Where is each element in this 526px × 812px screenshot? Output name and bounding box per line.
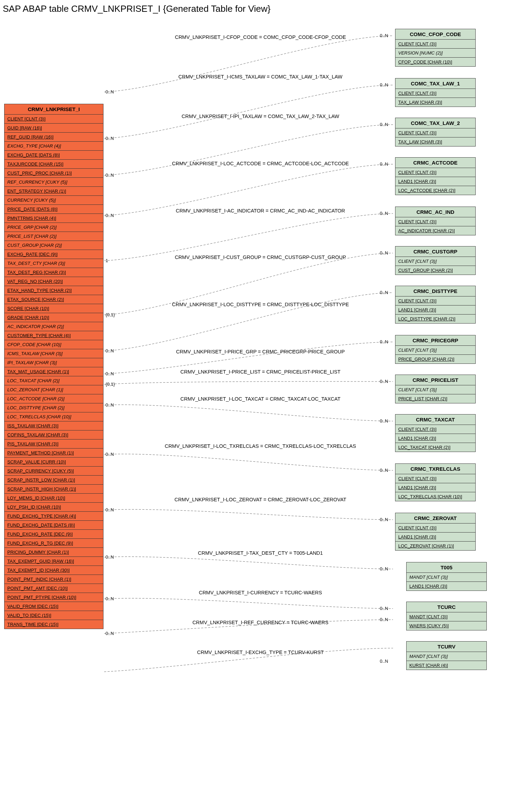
table-field: TRANS_TIME [DEC (15)] <box>5 620 103 629</box>
relation-label: CRMV_LNKPRISET_I-REF_CURRENCY = TCURC-WA… <box>132 620 389 625</box>
table-header: CRMC_PRICEGRP <box>395 335 475 346</box>
table-field: CUST_PRIC_PROC [CHAR (1)] <box>5 169 103 178</box>
table-field: LAND1 [CHAR (3)] <box>395 533 475 542</box>
table-field: FUND_EXCHG_DATE [DATS (8)] <box>5 521 103 530</box>
table-field: TAX_EXEMPT_GUID [RAW (16)] <box>5 557 103 566</box>
table-field: FUND_EXCHG_TYPE [CHAR (4)] <box>5 512 103 521</box>
cardinality-left: {0,1} <box>106 382 115 387</box>
table-field: COFINS_TAXLAW [CHAR (3)] <box>5 430 103 440</box>
table-field: VERSION [NUMC (2)] <box>395 49 475 58</box>
cardinality-left: 1 <box>106 258 108 263</box>
table-field: FUND_EXCHG_RATE [DEC (9)] <box>5 530 103 539</box>
table-field: CLIENT [CLNT (3)] <box>395 474 475 483</box>
table-field: PRICE_LIST [CHAR (2)] <box>5 232 103 241</box>
table-field: PRICE_GRP [CHAR (2)] <box>5 223 103 232</box>
table-field: ICMS_TAXLAW [CHAR (3)] <box>5 349 103 358</box>
table-field: MANDT [CLNT (3)] <box>407 612 486 621</box>
table-field: LOC_DISTTYPE [CHAR (2)] <box>5 403 103 412</box>
cardinality-right: 0..N <box>380 250 388 256</box>
cardinality-left: 0..N <box>106 371 114 376</box>
table-field: AC_INDICATOR [CHAR (2)] <box>5 322 103 331</box>
table-field: CLIENT [CLNT (3)] <box>395 168 475 177</box>
cardinality-right: 0..N <box>380 211 388 216</box>
ref-table-TCURV: TCURVMANDT [CLNT (3)]KURST [CHAR (4)] <box>406 641 487 670</box>
cardinality-right: 0..N <box>380 290 388 295</box>
table-header: TCURV <box>407 642 486 652</box>
table-field: LOC_TAXCAT [CHAR (2)] <box>5 376 103 385</box>
table-field: ETAX_HAND_TYPE [CHAR (2)] <box>5 286 103 295</box>
cardinality-left: 0..N <box>106 452 114 457</box>
ref-table-CRMC_DISTTYPE: CRMC_DISTTYPECLIENT [CLNT (3)]LAND1 [CHA… <box>395 286 476 324</box>
table-field: AC_INDICATOR [CHAR (2)] <box>395 226 475 235</box>
table-field: LAND1 [CHAR (3)] <box>407 582 486 591</box>
table-header: CRMC_ZEROVAT <box>395 513 475 524</box>
table-field: VAT_REG_NO [CHAR (20)] <box>5 277 103 286</box>
ref-table-CRMC_AC_IND: CRMC_AC_INDCLIENT [CLNT (3)]AC_INDICATOR… <box>395 207 476 235</box>
cardinality-right: 0..N <box>380 468 388 473</box>
cardinality-right: 0..N <box>380 517 388 522</box>
cardinality-left: {0,1} <box>106 312 115 317</box>
cardinality-left: 0..N <box>106 173 114 178</box>
table-field: SCRAP_INSTR_HIGH [CHAR (1)] <box>5 485 103 494</box>
table-field: CLIENT [CLNT (3)] <box>395 257 475 266</box>
ref-table-TCURC: TCURCMANDT [CLNT (3)]WAERS [CUKY (5)] <box>406 602 487 630</box>
table-field: POINT_PMT_AMT [DEC (10)] <box>5 584 103 593</box>
table-field: EXCHG_DATE [DATS (8)] <box>5 151 103 160</box>
table-header: CRMC_ACTCODE <box>395 158 475 168</box>
ref-table-CRMC_PRICELIST: CRMC_PRICELISTCLIENT [CLNT (3)]PRICE_LIS… <box>395 375 476 403</box>
table-field: CUSTOMER_TYPE [CHAR (4)] <box>5 331 103 340</box>
relation-label: CRMV_LNKPRISET_I-LOC_TAXCAT = CRMC_TAXCA… <box>132 396 389 402</box>
ref-table-CRMC_TAXCAT: CRMC_TAXCATCLIENT [CLNT (3)]LAND1 [CHAR … <box>395 414 476 452</box>
table-field: VALID_FROM [DEC (15)] <box>5 602 103 611</box>
table-field: LOC_ZEROVAT [CHAR (1)] <box>5 385 103 394</box>
relation-label: CRMV_LNKPRISET_I-LOC_ACTCODE = CRMC_ACTC… <box>132 161 389 166</box>
table-field: MANDT [CLNT (3)] <box>407 652 486 661</box>
table-field: CFOP_CODE [CHAR (10)] <box>395 58 475 66</box>
cardinality-left: 0..N <box>106 631 114 636</box>
table-header: CRMC_TXRELCLAS <box>395 464 475 474</box>
table-field: ENT_STRATEGY [CHAR (1)] <box>5 187 103 196</box>
ref-table-T005: T005MANDT [CLNT (3)]LAND1 [CHAR (3)] <box>406 562 487 591</box>
table-header: CRMC_AC_IND <box>395 207 475 217</box>
relation-label: CRMV_LNKPRISET_I-LOC_ZEROVAT = CRMC_ZERO… <box>132 497 389 502</box>
table-field: CLIENT [CLNT (3)] <box>395 128 475 137</box>
table-field: REF_CURRENCY [CUKY (5)] <box>5 178 103 187</box>
cardinality-right: 0..N <box>380 418 388 424</box>
table-field: PAYMENT_METHOD [CHAR (1)] <box>5 449 103 458</box>
table-header: CRMC_DISTTYPE <box>395 286 475 296</box>
table-field: CUST_GROUP [CHAR (2)] <box>395 266 475 275</box>
cardinality-right: 0..N <box>380 339 388 344</box>
table-field: PMNTTRMS [CHAR (4)] <box>5 214 103 223</box>
relation-label: CRMV_LNKPRISET_I-EXCHG_TYPE = TCURV-KURS… <box>132 650 389 655</box>
table-field: TAX_DEST_CTY [CHAR (3)] <box>5 259 103 268</box>
table-field: WAERS [CUKY (5)] <box>407 621 486 630</box>
table-header: COMC_TAX_LAW_2 <box>395 118 475 128</box>
table-field: CLIENT [CLNT (3)] <box>395 217 475 226</box>
table-field: IPI_TAXLAW [CHAR (3)] <box>5 358 103 367</box>
relation-label: CRMV_LNKPRISET_I-TAX_DEST_CTY = T005-LAN… <box>132 550 389 556</box>
table-field: CFOP_CODE [CHAR (10)] <box>5 340 103 349</box>
ref-table-CRMC_TXRELCLAS: CRMC_TXRELCLASCLIENT [CLNT (3)]LAND1 [CH… <box>395 463 476 501</box>
ref-table-CRMC_CUSTGRP: CRMC_CUSTGRPCLIENT [CLNT (3)]CUST_GROUP … <box>395 246 476 275</box>
relation-label: CRMV_LNKPRISET_I-CUST_GROUP = CRMC_CUSTG… <box>132 254 389 260</box>
table-field: GUID [RAW (16)] <box>5 124 103 133</box>
table-field: TAX_LAW [CHAR (3)] <box>395 98 475 107</box>
table-field: PRICING_DUMMY [CHAR (1)] <box>5 548 103 557</box>
table-field: CUST_GROUP [CHAR (2)] <box>5 241 103 250</box>
table-field: CLIENT [CLNT (3)] <box>395 524 475 533</box>
table-field: LAND1 [CHAR (3)] <box>395 483 475 492</box>
table-field: PRICE_LIST [CHAR (2)] <box>395 394 475 403</box>
table-field: CLIENT [CLNT (3)] <box>5 115 103 124</box>
table-header: COMC_CFOP_CODE <box>395 29 475 40</box>
ref-table-CRMC_ZEROVAT: CRMC_ZEROVATCLIENT [CLNT (3)]LAND1 [CHAR… <box>395 513 476 551</box>
table-field: LOC_DISTTYPE [CHAR (2)] <box>395 315 475 323</box>
ref-table-CRMC_PRICEGRP: CRMC_PRICEGRPCLIENT [CLNT (3)]PRICE_GROU… <box>395 335 476 364</box>
relation-label: CRMV_LNKPRISET_I-CFOP_CODE = COMC_CFOP_C… <box>132 34 389 40</box>
table-field: LOC_TXRELCLAS [CHAR (10)] <box>5 412 103 421</box>
table-field: LOC_ACTCODE [CHAR (2)] <box>395 186 475 195</box>
cardinality-left: 0..N <box>106 507 114 512</box>
cardinality-left: 0..N <box>106 348 114 353</box>
ref-table-COMC_TAX_LAW_1: COMC_TAX_LAW_1CLIENT [CLNT (3)]TAX_LAW [… <box>395 78 476 107</box>
cardinality-right: 0..N <box>380 617 388 622</box>
table-field: PRICE_DATE [DATS (8)] <box>5 205 103 214</box>
